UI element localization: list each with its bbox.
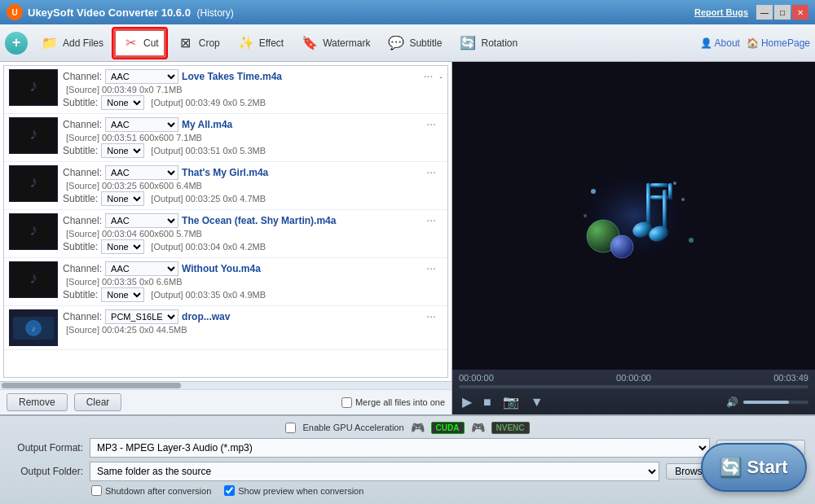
file-info: Channel: AACPCM_S16LEMP3AC3 That's My Gi… xyxy=(63,165,443,206)
rotation-label: Rotation xyxy=(481,37,518,49)
shutdown-checkbox[interactable] xyxy=(91,485,102,496)
svg-point-29 xyxy=(673,182,676,185)
watermark-icon: 🔖 xyxy=(300,33,319,53)
file-name: My All.m4a xyxy=(182,119,232,130)
effect-label: Effect xyxy=(259,37,284,49)
crop-button[interactable]: ⊠ Crop xyxy=(169,28,227,59)
add-files-button[interactable]: 📁 Add Files xyxy=(33,28,111,59)
file-thumb: ♪ xyxy=(9,261,58,298)
gpu-acceleration-checkbox[interactable] xyxy=(285,423,296,433)
more-options[interactable]: ··· xyxy=(426,261,436,274)
list-item[interactable]: ♪ Channel: AACPCM_S16LEMP3AC3 That's My … xyxy=(4,162,447,210)
svg-point-26 xyxy=(681,198,685,201)
subtitle-label: Subtitle: xyxy=(63,193,98,204)
subtitle-button[interactable]: 💬 Subtitle xyxy=(379,28,449,59)
show-preview-option[interactable]: Show preview when conversion xyxy=(224,485,363,496)
merge-check[interactable]: Merge all files into one xyxy=(341,397,445,408)
subtitle-select[interactable]: None xyxy=(101,143,144,158)
cuda-icon: 🎮 xyxy=(411,421,425,434)
channel-label: Channel: xyxy=(63,263,102,274)
about-label: About xyxy=(715,37,740,49)
add-files-icon[interactable]: + xyxy=(5,32,28,55)
clear-button[interactable]: Clear xyxy=(74,393,122,411)
channel-label: Channel: xyxy=(63,167,102,178)
toolbar-right: 👤 About 🏠 HomePage xyxy=(700,37,810,49)
effect-button[interactable]: ✨ Effect xyxy=(229,28,291,59)
cuda-badge: CUDA xyxy=(431,422,465,434)
folder-label: Output Folder: xyxy=(10,466,83,477)
shutdown-option[interactable]: Shutdown after conversion xyxy=(91,485,211,496)
more-options[interactable]: ··· xyxy=(426,117,436,130)
time-start: 00:00:00 xyxy=(459,373,494,383)
list-item[interactable]: ♪ Channel: AACPCM_S16LEMP3AC3 My All.m4a… xyxy=(4,114,447,162)
gpu-accel-label: Enable GPU Acceleration xyxy=(302,423,403,432)
subtitle-select[interactable]: None xyxy=(101,287,144,302)
more-options[interactable]: ··· xyxy=(426,309,436,322)
shutdown-label: Shutdown after conversion xyxy=(105,486,211,496)
minimize-button[interactable]: — xyxy=(756,5,773,20)
more-options[interactable]: ··· xyxy=(424,69,434,82)
subtitle-select[interactable]: None xyxy=(101,239,144,254)
channel-label: Channel: xyxy=(63,311,102,322)
home-icon: 🏠 xyxy=(747,37,759,49)
remove-button[interactable]: Remove xyxy=(7,393,68,411)
file-list-container[interactable]: ♪ Channel: AACPCM_S16LEMP3AC3 Love Takes… xyxy=(3,65,448,378)
subtitle-label: Subtitle: xyxy=(63,97,98,108)
close-button[interactable]: ✕ xyxy=(792,5,808,20)
about-link[interactable]: 👤 About xyxy=(700,37,740,49)
cut-button[interactable]: ✂ Cut xyxy=(112,28,167,59)
gpu-row: Enable GPU Acceleration 🎮 CUDA 🎮 NVENC xyxy=(10,421,805,434)
more-options[interactable]: ··· xyxy=(426,213,436,226)
file-list-panel: ♪ Channel: AACPCM_S16LEMP3AC3 Love Takes… xyxy=(0,62,452,414)
start-button[interactable]: 🔄 Start xyxy=(701,443,807,492)
preview-video xyxy=(452,62,815,370)
folder-select[interactable]: Same folder as the source xyxy=(90,462,659,481)
channel-select[interactable]: AACPCM_S16LEMP3AC3 xyxy=(105,117,178,132)
channel-select[interactable]: AACPCM_S16LEMP3AC3 xyxy=(105,309,178,324)
stop-button[interactable]: ■ xyxy=(480,393,495,411)
svg-text:♪: ♪ xyxy=(32,324,36,333)
more-options[interactable]: ··· xyxy=(426,165,436,178)
horizontal-scrollbar[interactable] xyxy=(0,381,452,389)
list-item[interactable]: ♪ Channel: AACPCM_S16LEMP3AC3 drop...wav… xyxy=(4,306,447,350)
start-icon: 🔄 xyxy=(720,457,742,478)
volume-icon: 🔊 xyxy=(726,397,738,408)
source-meta: [Source] 00:03:49 0x0 7.1MB xyxy=(63,85,182,94)
maximize-button[interactable]: □ xyxy=(774,5,791,20)
volume-track[interactable] xyxy=(743,401,808,404)
format-select[interactable]: MP3 - MPEG Layer-3 Audio (*.mp3) xyxy=(90,438,710,458)
options-row: Shutdown after conversion Show preview w… xyxy=(10,485,805,496)
channel-select[interactable]: AACPCM_S16LEMP3AC3 xyxy=(105,261,178,276)
play-button[interactable]: ▶ xyxy=(459,392,475,411)
app-icon: U xyxy=(7,4,23,20)
channel-select[interactable]: AACPCM_S16LEMP3AC3 xyxy=(105,69,178,84)
subtitle-select[interactable]: None xyxy=(101,95,144,110)
preview-panel: 00:00:00 00:00:00 00:03:49 ▶ ■ 📷 ▼ 🔊 xyxy=(452,62,815,414)
channel-select[interactable]: AACPCM_S16LEMP3AC3 xyxy=(105,165,178,180)
report-bugs-link[interactable]: Report Bugs xyxy=(694,7,748,17)
subtitle-select[interactable]: None xyxy=(101,191,144,206)
format-row: Output Format: MP3 - MPEG Layer-3 Audio … xyxy=(10,438,805,458)
rotation-button[interactable]: 🔄 Rotation xyxy=(451,28,525,59)
list-item[interactable]: ♪ Channel: AACPCM_S16LEMP3AC3 Without Yo… xyxy=(4,258,447,306)
merge-checkbox[interactable] xyxy=(341,397,352,408)
snapshot-button[interactable]: 📷 xyxy=(500,392,522,411)
svg-rect-15 xyxy=(650,183,668,187)
person-icon: 👤 xyxy=(700,37,712,49)
show-preview-checkbox[interactable] xyxy=(224,485,235,496)
source-meta: [Source] 00:03:04 600x600 5.7MB xyxy=(63,229,202,239)
homepage-link[interactable]: 🏠 HomePage xyxy=(747,37,810,49)
watermark-button[interactable]: 🔖 Watermark xyxy=(293,28,377,59)
file-thumb: ♪ xyxy=(9,117,58,154)
snapshot-dropdown[interactable]: ▼ xyxy=(527,393,547,411)
output-meta: [Output] 00:03:49 0x0 5.2MB xyxy=(148,98,266,107)
file-thumb: ♪ xyxy=(9,213,58,250)
progress-track[interactable] xyxy=(459,385,808,388)
subtitle-icon: 💬 xyxy=(386,33,406,53)
channel-label: Channel: xyxy=(63,71,102,82)
preview-controls: 00:00:00 00:00:00 00:03:49 ▶ ■ 📷 ▼ 🔊 xyxy=(452,370,815,414)
list-item[interactable]: ♪ Channel: AACPCM_S16LEMP3AC3 The Ocean … xyxy=(4,210,447,258)
channel-select[interactable]: AACPCM_S16LEMP3AC3 xyxy=(105,213,178,228)
list-item[interactable]: ♪ Channel: AACPCM_S16LEMP3AC3 Love Takes… xyxy=(4,66,447,114)
svg-text:♪: ♪ xyxy=(29,77,37,94)
